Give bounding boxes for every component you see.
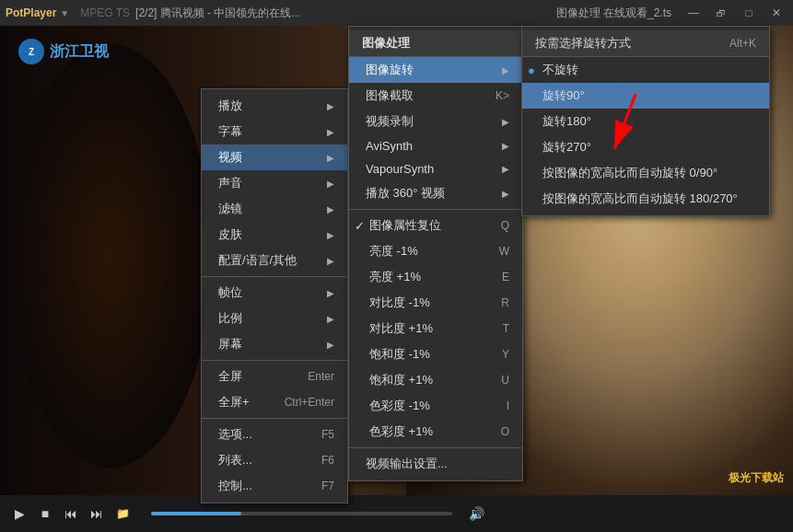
bottom-bar: ▶ ■ ⏮ ⏭ 📁 🔊 bbox=[0, 495, 793, 532]
separator-1 bbox=[202, 276, 347, 277]
menu-item-video[interactable]: 视频 ▶ bbox=[202, 145, 347, 170]
menu-item-filter[interactable]: 滤镜 ▶ bbox=[202, 196, 347, 222]
menu-item-control[interactable]: 控制... F7 bbox=[202, 473, 347, 499]
channel-logo: Z 浙江卫视 bbox=[18, 39, 109, 64]
play-button[interactable]: ▶ bbox=[9, 503, 29, 524]
separator-2 bbox=[202, 360, 347, 361]
image-menu-360[interactable]: 播放 360° 视频 ▶ bbox=[349, 180, 522, 206]
image-menu-saturation-down[interactable]: 饱和度 -1% Y bbox=[349, 341, 522, 367]
image-menu-brightness-down[interactable]: 亮度 -1% W bbox=[349, 238, 522, 264]
rotation-none[interactable]: ● 不旋转 bbox=[522, 57, 769, 83]
app-name: PotPlayer bbox=[6, 6, 56, 19]
minimize-button[interactable]: — bbox=[681, 4, 706, 22]
title-right: 图像处理 在线观看_2.ts bbox=[547, 6, 681, 21]
menu-item-play[interactable]: 播放 ▶ bbox=[202, 93, 347, 119]
image-menu-hue-down[interactable]: 色彩度 -1% I bbox=[349, 393, 522, 419]
maximize-button[interactable]: □ bbox=[736, 4, 762, 22]
window-controls: — 🗗 □ ✕ bbox=[681, 4, 793, 22]
restore-button[interactable]: 🗗 bbox=[708, 4, 734, 22]
menu-item-skin[interactable]: 皮肤 ▶ bbox=[202, 222, 347, 248]
separator-3 bbox=[202, 418, 347, 419]
svg-line-1 bbox=[596, 94, 654, 149]
playback-controls: ▶ ■ ⏮ ⏭ 📁 bbox=[0, 503, 142, 524]
video-context-menu: 播放 ▶ 字幕 ▶ 视频 ▶ 声音 ▶ 滤镜 ▶ 皮肤 ▶ 配置/语言/其他 ▶… bbox=[201, 88, 348, 503]
menu-item-ratio[interactable]: 比例 ▶ bbox=[202, 306, 347, 331]
rotation-auto-0-90[interactable]: 按图像的宽高比而自动旋转 0/90° bbox=[522, 160, 769, 186]
image-menu-avisynth[interactable]: AviSynth ▶ bbox=[349, 134, 522, 157]
image-menu-crop[interactable]: 图像截取 K> bbox=[349, 83, 522, 109]
image-menu-video-output[interactable]: 视频输出设置... bbox=[349, 451, 522, 477]
menu-item-list[interactable]: 列表... F6 bbox=[202, 447, 347, 473]
image-menu-hue-up[interactable]: 色彩度 +1% O bbox=[349, 419, 522, 445]
rotation-header: 按需选择旋转方式 Alt+K bbox=[522, 30, 769, 57]
image-menu-brightness-up[interactable]: 亮度 +1% E bbox=[349, 264, 522, 290]
image-menu-contrast-up[interactable]: 对比度 +1% T bbox=[349, 316, 522, 341]
volume-icon[interactable]: 🔊 bbox=[461, 506, 492, 521]
title-bar: PotPlayer ▼ MPEG TS [2/2] 腾讯视频 - 中国领先的在线… bbox=[0, 0, 793, 26]
image-menu-record[interactable]: 视频录制 ▶ bbox=[349, 109, 522, 134]
download-site: 极光下载站 bbox=[729, 470, 784, 486]
prev-button[interactable]: ⏮ bbox=[61, 503, 81, 524]
image-menu-reset[interactable]: ✓ 图像属性复位 Q bbox=[349, 213, 522, 238]
app-logo[interactable]: PotPlayer ▼ bbox=[0, 6, 75, 19]
image-menu-saturation-up[interactable]: 饱和度 +1% U bbox=[349, 367, 522, 393]
image-menu-contrast-down[interactable]: 对比度 -1% R bbox=[349, 290, 522, 316]
image-menu-header: 图像处理 bbox=[349, 30, 522, 57]
channel-name: 浙江卫视 bbox=[50, 42, 109, 62]
rotation-auto-180-270[interactable]: 按图像的宽高比而自动旋转 180/270° bbox=[522, 186, 769, 212]
menu-item-fullscreen[interactable]: 全屏 Enter bbox=[202, 364, 347, 389]
menu-item-options[interactable]: 选项... F5 bbox=[202, 422, 347, 447]
logo-icon: Z bbox=[18, 39, 44, 64]
menu-item-fullscreenplus[interactable]: 全屏+ Ctrl+Enter bbox=[202, 389, 347, 415]
image-menu-rotation[interactable]: 图像旋转 ▶ bbox=[349, 57, 522, 83]
menu-item-config[interactable]: 配置/语言/其他 ▶ bbox=[202, 248, 347, 273]
img-separator-2 bbox=[349, 447, 522, 448]
menu-item-screen[interactable]: 屏幕 ▶ bbox=[202, 331, 347, 357]
close-button[interactable]: ✕ bbox=[764, 4, 789, 22]
stop-button[interactable]: ■ bbox=[35, 503, 55, 524]
file-info: [2/2] 腾讯视频 - 中国领先的在线... bbox=[135, 6, 547, 21]
image-menu-vapour[interactable]: VapourSynth ▶ bbox=[349, 157, 522, 180]
menu-item-sound[interactable]: 声音 ▶ bbox=[202, 170, 347, 196]
format-badge: MPEG TS bbox=[75, 6, 135, 19]
progress-fill bbox=[151, 512, 241, 515]
menu-item-frame[interactable]: 帧位 ▶ bbox=[202, 280, 347, 306]
next-button[interactable]: ⏭ bbox=[87, 503, 107, 524]
menu-item-subtitle[interactable]: 字幕 ▶ bbox=[202, 119, 347, 145]
progress-bar[interactable] bbox=[151, 512, 452, 515]
folder-button[interactable]: 📁 bbox=[112, 503, 133, 524]
dropdown-arrow[interactable]: ▼ bbox=[60, 8, 69, 18]
image-processing-menu: 图像处理 图像旋转 ▶ 图像截取 K> 视频录制 ▶ AviSynth ▶ Va… bbox=[348, 26, 523, 481]
img-separator-1 bbox=[349, 209, 522, 210]
